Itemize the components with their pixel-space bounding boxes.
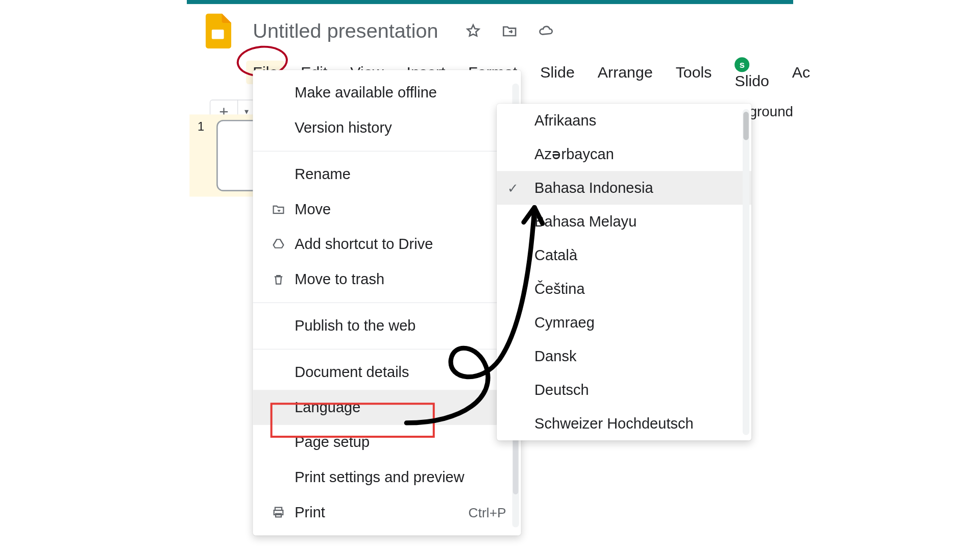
menu-slide[interactable]: Slide	[533, 60, 581, 84]
cloud-status-icon[interactable]	[536, 21, 555, 40]
language-label: Bahasa Melayu	[534, 213, 636, 230]
menu-slido-label: Slido	[734, 72, 769, 89]
file-menu-item[interactable]: Rename	[253, 157, 521, 192]
svg-rect-0	[212, 30, 224, 39]
language-option[interactable]: Cymraeg	[497, 306, 751, 339]
document-title[interactable]: Untitled presentation	[253, 19, 438, 42]
language-label: Deutsch	[534, 381, 589, 398]
language-label: Čeština	[534, 280, 584, 297]
menu-item-label: Language	[295, 398, 499, 416]
keyboard-shortcut: Ctrl+P	[469, 505, 506, 520]
menu-item-label: Add shortcut to Drive	[295, 236, 506, 253]
language-option[interactable]: Afrikaans	[497, 104, 751, 137]
file-menu-item[interactable]: Language▸	[253, 390, 521, 425]
file-menu-item[interactable]: Move to trash	[253, 262, 521, 297]
slides-logo-icon	[204, 13, 231, 48]
scrollbar-thumb[interactable]	[743, 112, 749, 140]
menu-slido[interactable]: s Slido	[728, 51, 776, 93]
browser-tab-strip	[187, 0, 793, 4]
menu-item-label: Rename	[295, 166, 506, 183]
language-option[interactable]: Bahasa Melayu	[497, 205, 751, 238]
menu-item-label: Print	[295, 504, 468, 521]
titlebar: Untitled presentation	[187, 4, 793, 48]
language-label: Dansk	[534, 347, 576, 365]
language-label: Schweizer Hochdeutsch	[534, 415, 694, 432]
slido-badge-icon: s	[734, 57, 749, 72]
slide-number: 1	[198, 120, 204, 134]
language-option[interactable]: Čeština	[497, 272, 751, 306]
menu-separator	[253, 151, 521, 152]
check-icon: ✓	[507, 180, 534, 196]
menu-item-label: Move	[295, 201, 506, 218]
menu-arrange[interactable]: Arrange	[591, 60, 659, 84]
menu-truncated[interactable]: Ac	[786, 60, 817, 84]
svg-rect-8	[276, 514, 281, 517]
file-menu-item[interactable]: PrintCtrl+P	[253, 495, 521, 530]
file-menu-item[interactable]: Document details	[253, 355, 521, 390]
folder-icon	[267, 203, 289, 216]
language-label: Català	[534, 246, 577, 264]
language-submenu: AfrikaansAzərbaycan✓Bahasa IndonesiaBaha…	[497, 104, 751, 440]
file-menu-item[interactable]: Add shortcut to Drive	[253, 227, 521, 262]
menu-item-label: Page setup	[295, 434, 506, 451]
menu-tools[interactable]: Tools	[669, 60, 718, 84]
menu-item-label: Make available offline	[295, 84, 506, 102]
language-option[interactable]: Schweizer Hochdeutsch	[497, 407, 751, 440]
file-menu-item[interactable]: Print settings and preview	[253, 460, 521, 495]
language-label: Afrikaans	[534, 112, 596, 129]
language-label: Bahasa Indonesia	[534, 179, 653, 196]
drive-icon	[267, 238, 289, 251]
trash-icon	[267, 273, 289, 286]
star-icon[interactable]	[464, 21, 483, 40]
file-menu-item[interactable]: Make available offline	[253, 76, 521, 111]
menu-separator	[253, 349, 521, 349]
language-option[interactable]: Català	[497, 238, 751, 272]
menu-item-label: Move to trash	[295, 271, 506, 288]
file-menu-item[interactable]: Publish to the web	[253, 309, 521, 344]
language-label: Azərbaycan	[534, 145, 614, 163]
file-menu-item[interactable]: Move	[253, 192, 521, 227]
file-menu-dropdown: Make available offlineVersion history▸Re…	[253, 70, 521, 535]
file-menu-item[interactable]: Page setup	[253, 425, 521, 460]
menu-item-label: Print settings and preview	[295, 469, 506, 486]
move-folder-icon[interactable]	[500, 21, 519, 40]
language-option[interactable]: Deutsch	[497, 373, 751, 407]
menu-separator	[253, 303, 521, 303]
language-label: Cymraeg	[534, 314, 595, 331]
menu-item-label: Version history	[295, 119, 499, 137]
menu-item-label: Publish to the web	[295, 317, 506, 335]
scrollbar[interactable]	[743, 109, 749, 435]
language-option[interactable]: Azərbaycan	[497, 137, 751, 171]
menu-item-label: Document details	[295, 364, 506, 381]
language-option[interactable]: ✓Bahasa Indonesia	[497, 171, 751, 205]
language-option[interactable]: Dansk	[497, 339, 751, 373]
print-icon	[267, 506, 289, 519]
file-menu-item[interactable]: Version history▸	[253, 110, 521, 145]
